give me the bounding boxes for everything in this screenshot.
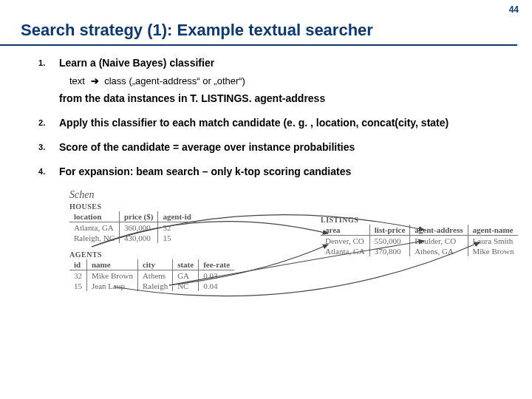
table-row: Denver, CO 550,000 Boulder, CO Laura Smi…	[321, 236, 518, 247]
table-header-row: id name city state fee-rate	[69, 259, 234, 270]
table-row: Atlanta, GA 370,800 Athens, GA Mike Brow…	[321, 246, 518, 256]
left-schema-column: Schen HOUSES location price ($) agent-id…	[69, 189, 234, 291]
table-row: 15 Jean Laup Raleigh NC 0.04	[69, 281, 234, 291]
item-4-lead: For expansion: beam search – only k-top …	[59, 166, 351, 177]
houses-caption: HOUSES	[69, 202, 234, 211]
ordered-list: Learn a (Naive Bayes) classifier text ➔ …	[59, 56, 502, 179]
listings-caption: LISTINGS	[321, 216, 518, 224]
col-header: id	[69, 259, 87, 270]
slide-title: Search strategy (1): Example textual sea…	[0, 0, 517, 46]
item-2-lead: Apply this classifier to each match cand…	[59, 117, 449, 129]
col-header: list-price	[369, 225, 410, 236]
col-header: agent-id	[158, 211, 196, 222]
schema-figure: Schen HOUSES location price ($) agent-id…	[69, 189, 495, 322]
item-3-lead: Score of the candidate = average over in…	[59, 141, 355, 153]
item-1-sub: text ➔ class („agent-address“ or „other“…	[69, 75, 502, 88]
sub-pre: text	[69, 75, 85, 86]
houses-table: location price ($) agent-id Atlanta, GA …	[69, 211, 196, 243]
table-header-row: location price ($) agent-id	[69, 211, 196, 222]
agents-caption: AGENTS	[69, 250, 234, 259]
arrow-right-icon: ➔	[88, 75, 102, 86]
item-1-from: from the data instances in T. LISTINGS. …	[59, 92, 502, 106]
schema-label: Schen	[69, 189, 234, 201]
col-header: agent-address	[410, 225, 468, 236]
listings-table: area list-price agent-address agent-name…	[321, 225, 518, 256]
table-row: Atlanta, GA 360,000 32	[69, 222, 196, 233]
col-header: agent-name	[468, 225, 518, 236]
right-schema-column: LISTINGS area list-price agent-address a…	[321, 216, 518, 256]
list-item-3: Score of the candidate = average over in…	[59, 140, 502, 154]
col-header: price ($)	[120, 211, 158, 222]
list-item-2: Apply this classifier to each match cand…	[59, 116, 502, 130]
col-header: area	[321, 225, 369, 236]
agents-table: id name city state fee-rate 32 Mike Brow…	[69, 259, 234, 291]
col-header: name	[87, 259, 138, 270]
col-header: city	[137, 259, 172, 270]
list-item-1: Learn a (Naive Bayes) classifier text ➔ …	[59, 56, 502, 106]
page-number: 44	[509, 4, 519, 15]
col-header: location	[69, 211, 120, 222]
table-header-row: area list-price agent-address agent-name	[321, 225, 518, 236]
col-header: fee-rate	[199, 259, 235, 270]
table-row: 32 Mike Brown Athens GA 0.03	[69, 270, 234, 282]
sub-post: class („agent-address“ or „other“)	[104, 75, 245, 86]
table-row: Raleigh, NC 430,000 15	[69, 233, 196, 243]
col-header: state	[173, 259, 199, 270]
agents-block: AGENTS id name city state fee-rate 32 Mi…	[69, 250, 234, 291]
list-item-4: For expansion: beam search – only k-top …	[59, 165, 502, 179]
item-1-lead: Learn a (Naive Bayes) classifier	[59, 57, 214, 69]
content-area: Learn a (Naive Bayes) classifier text ➔ …	[0, 50, 532, 322]
